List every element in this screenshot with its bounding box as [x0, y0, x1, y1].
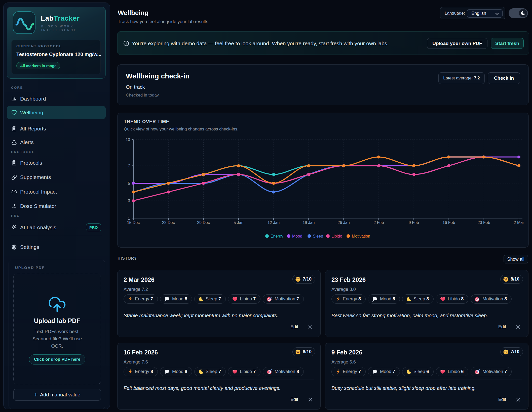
svg-text:Motivation: Motivation — [352, 234, 370, 238]
svg-text:29 Dec: 29 Dec — [197, 220, 210, 225]
svg-text:10: 10 — [126, 138, 130, 142]
svg-text:16 Feb: 16 Feb — [443, 220, 455, 225]
svg-text:19 Jan: 19 Jan — [302, 220, 315, 225]
svg-text:3: 3 — [128, 199, 130, 203]
svg-text:Energy: Energy — [271, 234, 283, 238]
svg-text:26 Jan: 26 Jan — [338, 220, 350, 225]
svg-text:Mood: Mood — [292, 234, 302, 238]
svg-text:5 Jan: 5 Jan — [234, 220, 243, 225]
svg-text:7: 7 — [128, 164, 130, 168]
svg-text:Sleep: Sleep — [313, 234, 323, 238]
svg-text:22 Dec: 22 Dec — [162, 220, 175, 225]
svg-text:9 Feb: 9 Feb — [409, 220, 419, 225]
svg-text:2 Feb: 2 Feb — [373, 220, 384, 225]
svg-text:12 Jan: 12 Jan — [268, 220, 280, 225]
svg-text:1: 1 — [128, 216, 130, 220]
svg-text:15 Dec: 15 Dec — [127, 220, 140, 225]
svg-text:Libido: Libido — [331, 234, 342, 238]
svg-text:2 Mar: 2 Mar — [514, 220, 524, 225]
svg-text:5: 5 — [128, 181, 130, 186]
svg-text:23 Feb: 23 Feb — [478, 220, 490, 225]
